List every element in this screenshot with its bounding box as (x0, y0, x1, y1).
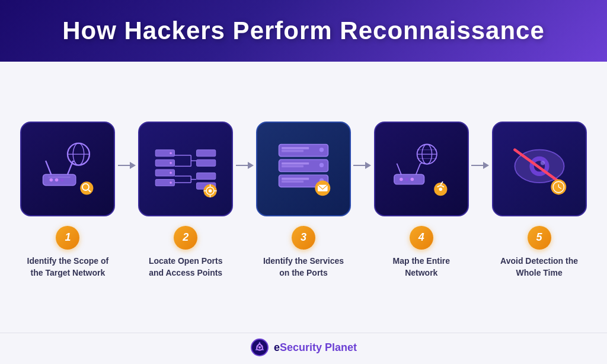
svg-point-64 (405, 178, 408, 181)
svg-point-73 (540, 161, 544, 165)
step-3-label: Identify the Services on the Ports (262, 256, 345, 279)
arrow-1 (118, 162, 136, 169)
arrow-4-head (483, 162, 489, 169)
brand-name-colored: Security Planet (280, 341, 357, 353)
step-2-label: Locate Open Ports and Access Points (144, 256, 227, 279)
arrow-1-head (130, 162, 136, 169)
content-area: 1 Identify the Scope of the Target Netwo… (0, 62, 607, 333)
svg-point-36 (209, 189, 212, 193)
svg-line-61 (397, 164, 401, 174)
step-3-number-row: 3 (254, 226, 354, 250)
arrow-2-head (248, 162, 254, 169)
main-container: How Hackers Perform Reconnaissance (0, 0, 607, 364)
arrow-2 (236, 162, 254, 169)
svg-rect-60 (394, 174, 424, 184)
svg-point-63 (400, 178, 403, 181)
connector-2 (236, 122, 254, 169)
svg-line-5 (68, 161, 73, 174)
step-4-number: 4 (410, 226, 433, 250)
step-3: 3 Identify the Services on the Ports (254, 122, 354, 279)
svg-rect-47 (282, 165, 304, 167)
step-2: 2 Locate Open Ports and Access Points (136, 122, 236, 279)
svg-point-19 (170, 162, 172, 164)
arrow-3-head (365, 162, 371, 169)
svg-point-65 (410, 178, 414, 181)
svg-rect-46 (282, 162, 309, 165)
step-2-icon-box (138, 122, 233, 216)
step-1: 1 Identify the Scope of the Target Netwo… (18, 122, 118, 279)
footer: eSecurity Planet (0, 333, 607, 364)
router-globe-icon (32, 133, 103, 205)
step-4-label: Map the Entire Network (380, 256, 463, 279)
brand-logo: eSecurity Planet (250, 338, 357, 357)
step-5-label: Avoid Detection the Whole Time (498, 256, 581, 279)
step-5-icon-box (492, 122, 587, 216)
step-5-number: 5 (528, 226, 551, 250)
step-5: 5 Avoid Detection the Whole Time (489, 122, 589, 279)
connector-1 (118, 122, 136, 169)
svg-rect-27 (197, 159, 216, 166)
connector-3 (353, 122, 371, 169)
step-2-number-row: 2 (136, 226, 236, 250)
step-3-icon-box (256, 122, 351, 216)
svg-rect-3 (43, 174, 76, 185)
step-1-label: Identify the Scope of the Target Network (26, 256, 109, 279)
step-1-number-row: 1 (18, 226, 118, 250)
svg-point-6 (50, 178, 53, 182)
svg-rect-50 (282, 178, 309, 180)
eye-slash-icon (504, 133, 575, 205)
arrow-1-line (118, 165, 130, 166)
svg-rect-26 (197, 150, 216, 157)
arrow-4 (471, 162, 489, 169)
steps-row: 1 Identify the Scope of the Target Netwo… (18, 122, 589, 279)
svg-rect-51 (282, 180, 304, 183)
svg-point-21 (170, 181, 172, 184)
header: How Hackers Perform Reconnaissance (0, 0, 607, 62)
brand-logo-icon (250, 338, 269, 357)
brand-name: eSecurity Planet (274, 341, 357, 354)
connector-4 (471, 122, 489, 169)
svg-point-7 (55, 178, 59, 182)
svg-rect-43 (282, 150, 304, 152)
svg-rect-32 (197, 173, 216, 179)
network-map-icon (386, 133, 457, 205)
svg-line-62 (416, 164, 420, 174)
arrow-4-line (471, 165, 483, 166)
step-1-number: 1 (56, 226, 79, 250)
arrow-2-line (236, 165, 248, 166)
svg-point-8 (60, 178, 64, 182)
step-5-number-row: 5 (489, 226, 589, 250)
step-2-number: 2 (174, 226, 197, 250)
servers-email-icon (268, 133, 339, 205)
arrow-3-line (353, 165, 365, 166)
step-3-number: 3 (292, 226, 315, 250)
step-1-icon-box (20, 122, 115, 216)
step-4: 4 Map the Entire Network (371, 122, 471, 279)
svg-point-82 (258, 346, 261, 349)
svg-point-48 (320, 163, 324, 167)
svg-point-68 (439, 187, 442, 191)
svg-rect-42 (282, 147, 309, 149)
step-4-icon-box (374, 122, 469, 216)
step-4-number-row: 4 (371, 226, 471, 250)
ports-network-icon (150, 133, 221, 205)
svg-line-4 (46, 161, 51, 174)
svg-point-18 (170, 152, 172, 154)
svg-point-20 (170, 172, 172, 174)
svg-point-44 (320, 148, 324, 152)
page-title: How Hackers Perform Reconnaissance (12, 17, 595, 45)
arrow-3 (353, 162, 371, 169)
